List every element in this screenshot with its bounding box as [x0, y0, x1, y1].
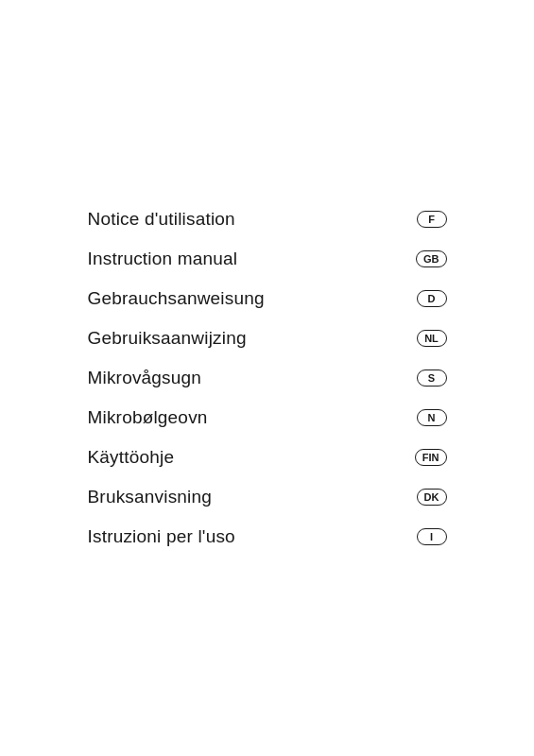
language-badge: S	[417, 369, 447, 387]
manual-label: Notice d'utilisation	[88, 209, 235, 230]
language-badge: N	[417, 409, 447, 426]
language-badge: DK	[417, 489, 447, 506]
manual-row: Instruction manualGB	[88, 239, 447, 279]
manual-row: KäyttöohjeFIN	[88, 438, 447, 477]
language-badge: D	[417, 290, 447, 307]
manual-label: Gebruiksaanwijzing	[88, 328, 247, 349]
manual-label: Mikrobølgeovn	[88, 407, 208, 428]
manual-row: GebrauchsanweisungD	[88, 279, 447, 318]
manual-label: Instruction manual	[88, 249, 238, 269]
language-badge: NL	[417, 330, 447, 347]
language-badge: GB	[416, 250, 447, 267]
manual-row: Notice d'utilisationF	[88, 199, 447, 239]
manual-label: Käyttöohje	[88, 447, 175, 468]
manual-label: Istruzioni per l'uso	[88, 526, 235, 547]
manual-row: BruksanvisningDK	[88, 477, 447, 517]
language-badge: F	[417, 211, 447, 228]
manual-label: Gebrauchsanweisung	[88, 288, 265, 309]
manual-row: MikrobølgeovnN	[88, 398, 447, 438]
manual-row: GebruiksaanwijzingNL	[88, 318, 447, 358]
manual-row: MikrovågsugnS	[88, 358, 447, 398]
manual-label: Mikrovågsugn	[88, 368, 202, 388]
manual-row: Istruzioni per l'usoI	[88, 517, 447, 557]
language-badge: I	[417, 528, 447, 545]
manual-label: Bruksanvisning	[88, 487, 213, 507]
manual-list: Notice d'utilisationFInstruction manualG…	[88, 199, 447, 557]
language-badge: FIN	[415, 449, 447, 466]
